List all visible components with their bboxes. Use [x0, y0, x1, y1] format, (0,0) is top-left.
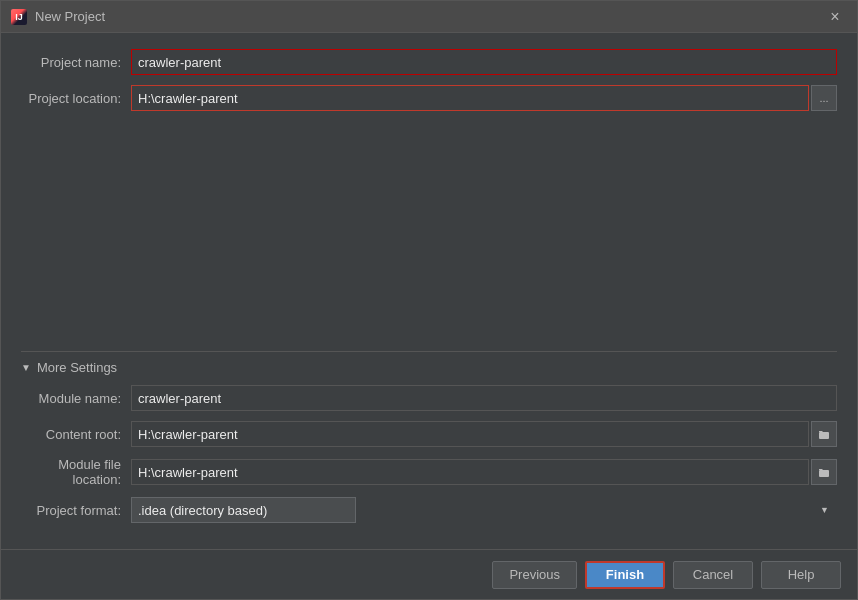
content-root-label: Content root:: [21, 427, 131, 442]
title-bar: IJ New Project ×: [1, 1, 857, 33]
help-button[interactable]: Help: [761, 561, 841, 589]
project-format-select-wrap: .idea (directory based) Eclipse (.classp…: [131, 497, 837, 523]
project-format-label: Project format:: [21, 503, 131, 518]
folder-icon-2: [818, 466, 830, 478]
more-settings-label: More Settings: [37, 360, 117, 375]
project-name-input[interactable]: [131, 49, 837, 75]
project-name-label: Project name:: [21, 55, 131, 70]
dialog-content: Project name: Project location: ... ▼ Mo…: [1, 33, 857, 549]
project-format-select[interactable]: .idea (directory based) Eclipse (.classp…: [131, 497, 356, 523]
project-location-row: Project location: ...: [21, 85, 837, 111]
content-root-input-wrap: [131, 421, 837, 447]
module-name-input[interactable]: [131, 385, 837, 411]
svg-rect-1: [819, 470, 829, 477]
cancel-button[interactable]: Cancel: [673, 561, 753, 589]
module-file-location-row: Module file location:: [21, 457, 837, 487]
module-file-browse-button[interactable]: [811, 459, 837, 485]
project-location-label: Project location:: [21, 91, 131, 106]
project-name-input-wrap: [131, 49, 837, 75]
more-settings-content: Module name: Content root:: [21, 385, 837, 533]
svg-rect-0: [819, 432, 829, 439]
expand-icon: ▼: [21, 362, 31, 373]
intellij-logo: IJ: [11, 9, 27, 25]
content-root-row: Content root:: [21, 421, 837, 447]
content-root-input[interactable]: [131, 421, 809, 447]
new-project-dialog: IJ New Project × Project name: Project l…: [0, 0, 858, 600]
project-location-input[interactable]: [131, 85, 809, 111]
project-format-select-container: .idea (directory based) Eclipse (.classp…: [131, 497, 837, 523]
previous-button[interactable]: Previous: [492, 561, 577, 589]
project-location-input-wrap: ...: [131, 85, 837, 111]
module-file-location-input-wrap: [131, 459, 837, 485]
dialog-footer: Previous Finish Cancel Help: [1, 549, 857, 599]
module-file-location-input[interactable]: [131, 459, 809, 485]
folder-icon: [818, 428, 830, 440]
title-bar-text: New Project: [35, 9, 823, 24]
browse-button[interactable]: ...: [811, 85, 837, 111]
module-name-row: Module name:: [21, 385, 837, 411]
close-button[interactable]: ×: [823, 5, 847, 29]
app-icon: IJ: [11, 9, 27, 25]
finish-button[interactable]: Finish: [585, 561, 665, 589]
project-format-row: Project format: .idea (directory based) …: [21, 497, 837, 523]
more-settings-section: ▼ More Settings Module name: Content roo…: [21, 351, 837, 533]
more-settings-toggle[interactable]: ▼ More Settings: [21, 360, 837, 375]
module-name-label: Module name:: [21, 391, 131, 406]
content-root-browse-button[interactable]: [811, 421, 837, 447]
project-name-row: Project name:: [21, 49, 837, 75]
module-name-input-wrap: [131, 385, 837, 411]
module-file-location-label: Module file location:: [21, 457, 131, 487]
spacer: [21, 121, 837, 351]
